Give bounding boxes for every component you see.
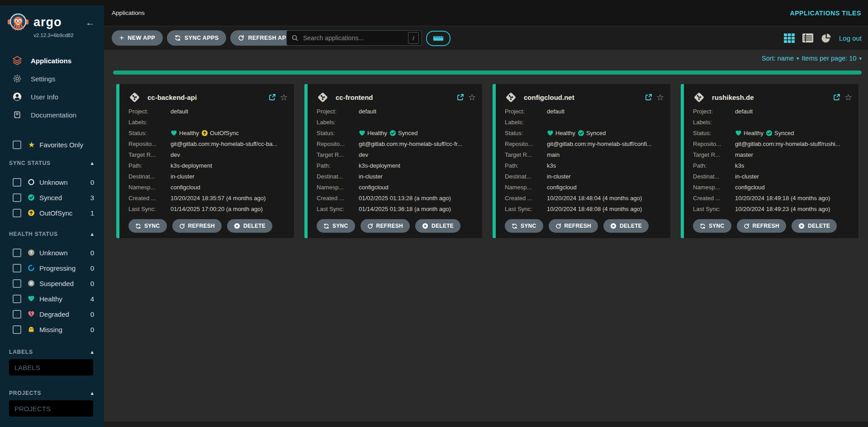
projects-filter-input[interactable] [9, 400, 93, 417]
card-delete-button[interactable]: DELETE [227, 219, 272, 233]
sync-apps-button[interactable]: SYNC APPS [167, 30, 226, 46]
target-revision-value: master [735, 151, 753, 158]
summary-pie-icon[interactable] [821, 33, 831, 43]
card-refresh-button[interactable]: REFRESH [172, 219, 222, 233]
filter-count: 0 [90, 249, 94, 257]
health-progressing-checkbox[interactable] [13, 264, 21, 272]
favorite-star-icon[interactable]: ☆ [844, 93, 852, 102]
filter-count: 1 [90, 209, 94, 217]
app-name[interactable]: cc-backend-api [147, 94, 197, 101]
health-bar-toggle-button[interactable] [426, 31, 451, 46]
sidebar-nav: Applications Settings [0, 52, 104, 124]
app-card-rushikesh-de[interactable]: rushikesh.de ☆ Project:default Labels: S… [681, 84, 859, 238]
degraded-broken-heart-icon [27, 310, 35, 318]
card-delete-button[interactable]: DELETE [415, 219, 460, 233]
app-card-cc-backend-api[interactable]: cc-backend-api ☆ Project:default Labels:… [116, 84, 294, 238]
refresh-arrow-icon [179, 223, 185, 229]
sidebar-collapse-arrow-icon[interactable]: ← [85, 17, 95, 28]
external-link-icon[interactable] [645, 94, 652, 101]
external-link-icon[interactable] [269, 94, 276, 101]
health-degraded-checkbox[interactable] [13, 310, 21, 319]
destination-value: in-cluster [171, 173, 194, 180]
applications-icon [11, 55, 23, 66]
projects-section-header[interactable]: PROJECTS ▲ [0, 390, 104, 396]
health-unknown-checkbox[interactable] [13, 249, 21, 257]
healthy-heart-icon [27, 295, 35, 302]
project-value: default [735, 108, 753, 115]
synced-check-icon [27, 194, 35, 201]
created-value: 01/02/2025 01:13:28 (a month ago) [359, 195, 451, 202]
items-per-page-dropdown[interactable]: Items per page: 10 [802, 55, 857, 62]
namespace-value: configcloud [547, 184, 577, 191]
sync-synced-checkbox[interactable] [13, 193, 21, 202]
sync-unknown-icon [27, 178, 35, 186]
collapse-triangle-icon: ▲ [90, 349, 95, 355]
sort-dropdown[interactable]: Sort: name [762, 55, 794, 62]
search-box: / [286, 30, 422, 46]
sidebar-item-applications[interactable]: Applications [0, 52, 104, 70]
card-sync-button[interactable]: SYNC [128, 219, 167, 233]
favorites-checkbox[interactable] [13, 141, 21, 149]
health-status-section-header[interactable]: HEALTH STATUS ▲ [0, 231, 104, 237]
project-value: default [547, 108, 564, 115]
app-name[interactable]: cc-frontend [336, 94, 373, 101]
ruler-icon [433, 35, 444, 42]
favorite-star-icon[interactable]: ☆ [656, 93, 664, 102]
git-repo-icon [505, 91, 517, 103]
app-cards-row: cc-backend-api ☆ Project:default Labels:… [116, 84, 859, 238]
filter-sync-unknown: Unknown 0 [0, 174, 104, 190]
search-icon [291, 34, 299, 42]
card-delete-button[interactable]: DELETE [603, 219, 649, 233]
app-card-configcloud-net[interactable]: configcloud.net ☆ Project:default Labels… [493, 84, 670, 238]
card-refresh-button[interactable]: REFRESH [549, 219, 598, 233]
sync-unknown-checkbox[interactable] [13, 178, 21, 187]
card-delete-button[interactable]: DELETE [792, 219, 837, 233]
repository-value: git@gitlab.com:my-homelab-stuff/rushi... [735, 141, 840, 147]
bottom-strip [104, 422, 868, 427]
card-refresh-button[interactable]: REFRESH [360, 219, 410, 233]
list-view-icon[interactable] [802, 33, 813, 43]
external-link-icon[interactable] [457, 94, 464, 101]
chevron-down-icon: ▾ [797, 56, 799, 61]
labels-filter-input[interactable] [9, 359, 93, 375]
search-applications-input[interactable] [302, 34, 408, 42]
app-name[interactable]: rushikesh.de [712, 94, 754, 101]
collapse-triangle-icon: ▲ [90, 231, 95, 237]
health-unknown-icon: ? [27, 249, 35, 256]
project-value: default [171, 108, 188, 115]
sidebar-item-documentation[interactable]: Documentation [0, 106, 104, 124]
view-mode-label[interactable]: APPLICATIONS TILES [790, 9, 861, 17]
app-card-cc-frontend[interactable]: cc-frontend ☆ Project:default Labels: St… [304, 84, 482, 238]
collapse-triangle-icon: ▲ [90, 390, 95, 396]
namespace-value: configcloud [359, 184, 389, 191]
labels-section-header[interactable]: LABELS ▲ [0, 349, 104, 355]
progressing-spinner-icon [27, 264, 35, 272]
synced-check-icon [389, 130, 396, 136]
repository-value: git@gitlab.com:my-homelab-stuff/confi... [547, 141, 652, 147]
logout-link[interactable]: Log out [839, 34, 862, 42]
sync-status-section-header[interactable]: SYNC STATUS ▲ [0, 160, 104, 166]
sync-outofsync-checkbox[interactable] [13, 209, 21, 217]
health-missing-checkbox[interactable] [13, 325, 21, 334]
external-link-icon[interactable] [833, 94, 840, 101]
card-sync-button[interactable]: SYNC [693, 219, 731, 233]
target-revision-value: main [547, 151, 560, 158]
health-suspended-checkbox[interactable] [13, 279, 21, 288]
card-sync-button[interactable]: SYNC [317, 219, 355, 233]
favorite-star-icon[interactable]: ☆ [280, 93, 288, 102]
card-sync-button[interactable]: SYNC [505, 219, 543, 233]
new-app-button[interactable]: + NEW APP [112, 30, 163, 46]
tiles-view-icon[interactable] [784, 33, 795, 43]
favorite-star-icon[interactable]: ☆ [468, 93, 476, 102]
sidebar-item-settings[interactable]: Settings [0, 70, 104, 88]
slash-shortcut-badge: / [408, 32, 419, 44]
missing-ghost-icon [27, 326, 35, 333]
card-refresh-button[interactable]: REFRESH [737, 219, 786, 233]
app-name[interactable]: configcloud.net [524, 94, 574, 101]
filter-count: 0 [90, 326, 94, 333]
outofsync-arrow-icon [27, 209, 35, 216]
project-value: default [359, 108, 376, 115]
delete-x-circle-icon [610, 223, 617, 229]
health-healthy-checkbox[interactable] [13, 295, 21, 303]
sidebar-item-user-info[interactable]: User Info [0, 88, 104, 106]
